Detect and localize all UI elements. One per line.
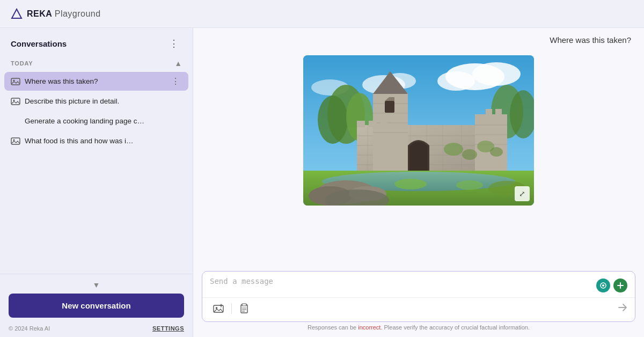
chat-title: Where was this taken?: [550, 35, 631, 45]
app-title: REKA Playground: [27, 9, 101, 19]
svg-rect-5: [11, 138, 20, 144]
conversation-item-1[interactable]: Where was this taken? ⋮: [4, 72, 188, 91]
input-box: [202, 271, 635, 322]
svg-point-62: [602, 284, 604, 287]
input-right-icons: [596, 279, 627, 292]
section-collapse-button[interactable]: ▲: [174, 59, 182, 68]
main-layout: Conversations ⋮ TODAY ▲ Where was this t…: [0, 28, 644, 337]
svg-point-48: [444, 143, 463, 156]
send-button[interactable]: [618, 303, 627, 315]
castle-image: [303, 55, 534, 206]
svg-point-6: [13, 139, 15, 141]
sidebar-header: Conversations ⋮: [0, 28, 193, 57]
conversation-item-4[interactable]: What food is this and how was i… ⋮: [4, 131, 188, 150]
image-icon-4: [11, 136, 20, 146]
svg-point-49: [462, 149, 477, 160]
green-icon-button[interactable]: [613, 279, 627, 292]
conversation-item-1-text: Where was this taken?: [25, 77, 165, 85]
clipboard-button[interactable]: [236, 301, 252, 316]
sidebar-bottom: ▼ New conversation © 2024 Reka AI SETTIN…: [0, 274, 193, 337]
conversation-item-2-text: Describe this picture in detail.: [25, 97, 165, 105]
disclaimer-incorrect: incorrect.: [358, 324, 382, 331]
new-conversation-button[interactable]: New conversation: [9, 294, 184, 318]
input-bottom-row: [202, 297, 635, 321]
image-upload-button[interactable]: [210, 302, 227, 316]
sidebar-title: Conversations: [11, 39, 67, 48]
copyright-text: © 2024 Reka AI: [9, 325, 50, 332]
toolbar-divider: [231, 303, 232, 314]
svg-rect-45: [380, 121, 387, 127]
svg-rect-43: [357, 121, 365, 127]
message-input[interactable]: [210, 277, 592, 294]
today-section-header: TODAY ▲: [4, 57, 188, 72]
svg-point-15: [318, 96, 348, 144]
conversation-item-4-text: What food is this and how was i…: [25, 137, 165, 145]
svg-point-64: [216, 307, 218, 309]
sidebar: Conversations ⋮ TODAY ▲ Where was this t…: [0, 28, 193, 337]
sidebar-menu-button[interactable]: ⋮: [166, 36, 182, 50]
svg-point-10: [437, 71, 475, 91]
conversation-item-3-text: Generate a cooking landing page c…: [25, 117, 165, 125]
main-content: Where was this taken?: [193, 28, 644, 337]
conversation-item-3[interactable]: Generate a cooking landing page c… ⋮: [4, 112, 188, 130]
message-image-container: ⤢: [303, 55, 534, 206]
svg-point-4: [13, 99, 15, 101]
chat-messages: ⤢: [193, 50, 644, 267]
svg-rect-47: [495, 109, 502, 115]
svg-point-9: [472, 62, 521, 86]
image-expand-button[interactable]: ⤢: [515, 186, 530, 201]
svg-point-2: [13, 79, 15, 81]
image-icon-1: [11, 77, 20, 86]
svg-point-57: [394, 179, 427, 189]
disclaimer-text: Responses can be incorrect. Please verif…: [202, 322, 635, 335]
conversation-item-1-more[interactable]: ⋮: [169, 76, 182, 86]
chat-header: Where was this taken?: [193, 28, 644, 50]
settings-link[interactable]: SETTINGS: [152, 325, 184, 332]
conversations-list: TODAY ▲ Where was this taken? ⋮: [0, 57, 193, 274]
section-today-label: TODAY: [11, 60, 33, 67]
svg-rect-3: [11, 98, 20, 105]
svg-point-51: [490, 147, 503, 157]
teal-icon-button[interactable]: [596, 279, 610, 292]
sidebar-footer: © 2024 Reka AI SETTINGS: [9, 323, 184, 333]
svg-rect-38: [385, 101, 394, 113]
svg-rect-1: [11, 78, 20, 85]
sidebar-collapse-button[interactable]: ▼: [93, 281, 100, 289]
svg-marker-0: [12, 9, 21, 18]
sidebar-collapse-row: ▼: [9, 281, 184, 289]
svg-point-58: [456, 180, 483, 190]
input-top-row: [202, 272, 635, 297]
logo: REKA Playground: [11, 8, 101, 20]
svg-rect-44: [369, 121, 377, 127]
app-header: REKA Playground: [0, 0, 644, 28]
svg-rect-46: [486, 109, 492, 115]
image-icon-2: [11, 97, 20, 106]
input-area: Responses can be incorrect. Please verif…: [193, 267, 644, 337]
reka-logo-icon: [11, 8, 23, 20]
conversation-item-2[interactable]: Describe this picture in detail. ⋮: [4, 92, 188, 111]
svg-rect-66: [242, 304, 246, 306]
